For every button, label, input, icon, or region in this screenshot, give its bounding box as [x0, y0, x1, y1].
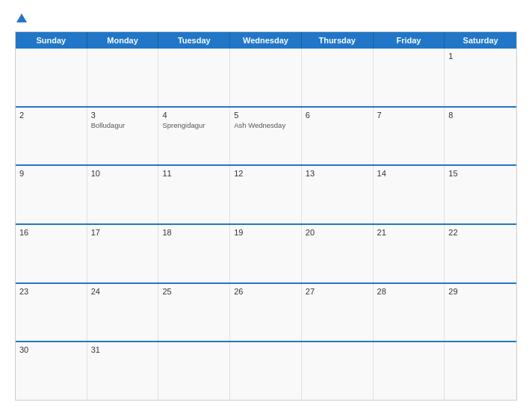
day-number: 20 [306, 228, 369, 237]
day-number: 4 [162, 111, 226, 120]
day-cell: 14 [374, 166, 445, 223]
day-cell: 27 [302, 284, 374, 342]
day-header-tuesday: Tuesday [158, 32, 230, 49]
day-number: 23 [19, 287, 83, 296]
day-number: 17 [91, 228, 155, 237]
day-cell: 12 [230, 166, 302, 223]
week-row-0: 1 [16, 49, 516, 106]
day-header-saturday: Saturday [445, 32, 516, 49]
day-number: 24 [91, 287, 155, 296]
day-number: 22 [448, 228, 513, 237]
calendar-page: SundayMondayTuesdayWednesdayThursdayFrid… [0, 0, 532, 411]
day-cell: 20 [302, 225, 374, 282]
header [15, 13, 517, 24]
day-cell: 2 [16, 108, 87, 165]
week-row-4: 23242526272829 [16, 282, 516, 342]
day-number: 25 [162, 287, 226, 296]
day-cell [16, 49, 87, 106]
day-number: 31 [91, 345, 155, 354]
calendar-grid: SundayMondayTuesdayWednesdayThursdayFrid… [15, 31, 517, 401]
day-number: 21 [377, 228, 441, 237]
day-cell: 10 [87, 166, 159, 223]
day-number: 1 [448, 52, 513, 61]
day-number: 19 [234, 228, 297, 237]
day-number: 7 [377, 111, 441, 120]
day-header-sunday: Sunday [16, 32, 87, 49]
day-number: 5 [234, 111, 297, 120]
day-cell [302, 49, 374, 106]
day-cell: 1 [445, 49, 516, 106]
day-cell [158, 342, 230, 400]
day-header-wednesday: Wednesday [230, 32, 302, 49]
day-number: 29 [448, 287, 513, 296]
day-header-monday: Monday [87, 32, 159, 49]
day-event: Bolludagur [91, 121, 155, 130]
week-row-5: 3031 [16, 341, 516, 400]
day-cell: 29 [445, 284, 516, 342]
day-cell: 24 [87, 284, 159, 342]
week-row-1: 23Bolludagur4Sprengidagur5Ash Wednesday6… [16, 106, 516, 165]
day-cell [445, 342, 516, 400]
day-number: 27 [306, 287, 369, 296]
day-number: 8 [448, 111, 513, 120]
day-cell: 11 [158, 166, 230, 223]
day-cell: 9 [16, 166, 87, 223]
day-number: 28 [377, 287, 441, 296]
day-cell: 7 [374, 108, 445, 165]
day-number: 13 [306, 169, 369, 178]
day-number: 26 [234, 287, 297, 296]
day-number: 11 [162, 169, 226, 178]
day-cell [230, 49, 302, 106]
day-cell: 8 [445, 108, 516, 165]
day-event: Sprengidagur [162, 121, 226, 130]
day-cell: 18 [158, 225, 230, 282]
week-row-2: 9101112131415 [16, 164, 516, 223]
day-event: Ash Wednesday [234, 121, 297, 130]
day-cell: 23 [16, 284, 87, 342]
day-number: 3 [91, 111, 155, 120]
day-cell: 3Bolludagur [87, 108, 159, 165]
day-number: 9 [19, 169, 83, 178]
day-number: 2 [19, 111, 83, 120]
day-cell: 13 [302, 166, 374, 223]
day-cell: 6 [302, 108, 374, 165]
day-cell: 5Ash Wednesday [230, 108, 302, 165]
day-cell: 19 [230, 225, 302, 282]
day-number: 12 [234, 169, 297, 178]
day-headers-row: SundayMondayTuesdayWednesdayThursdayFrid… [16, 32, 516, 49]
day-number: 6 [306, 111, 369, 120]
day-number: 16 [19, 228, 83, 237]
weeks-container: 123Bolludagur4Sprengidagur5Ash Wednesday… [16, 49, 516, 400]
day-number: 30 [19, 345, 83, 354]
day-header-thursday: Thursday [302, 32, 374, 49]
day-cell [374, 49, 445, 106]
day-cell: 30 [16, 342, 87, 400]
day-cell: 16 [16, 225, 87, 282]
day-cell [158, 49, 230, 106]
day-number: 10 [91, 169, 155, 178]
logo [15, 13, 27, 24]
logo-blue-text [15, 13, 27, 24]
day-cell: 15 [445, 166, 516, 223]
day-cell: 25 [158, 284, 230, 342]
day-cell: 31 [87, 342, 159, 400]
day-cell [302, 342, 374, 400]
day-cell [374, 342, 445, 400]
logo-triangle-icon [16, 13, 27, 22]
day-number: 18 [162, 228, 226, 237]
day-cell [87, 49, 159, 106]
day-cell: 22 [445, 225, 516, 282]
day-cell: 26 [230, 284, 302, 342]
day-cell: 21 [374, 225, 445, 282]
day-header-friday: Friday [374, 32, 445, 49]
day-cell: 28 [374, 284, 445, 342]
day-cell [230, 342, 302, 400]
day-number: 15 [448, 169, 513, 178]
day-cell: 4Sprengidagur [158, 108, 230, 165]
day-number: 14 [377, 169, 441, 178]
week-row-3: 16171819202122 [16, 223, 516, 282]
day-cell: 17 [87, 225, 159, 282]
